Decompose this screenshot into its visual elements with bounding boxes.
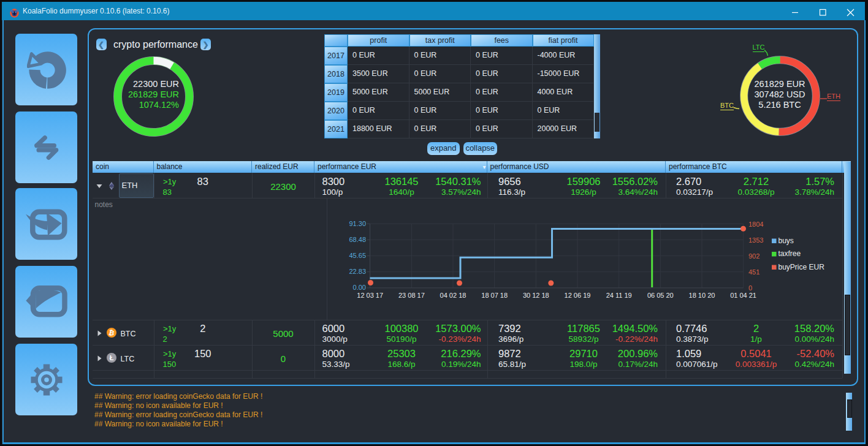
svg-text:Ł: Ł [110, 354, 114, 361]
